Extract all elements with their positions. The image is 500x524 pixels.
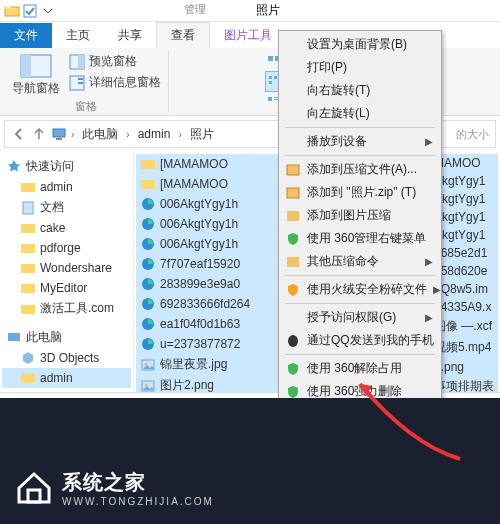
- doc-icon: [20, 200, 36, 216]
- menu-add-img-zip[interactable]: 添加到图片压缩: [281, 204, 439, 227]
- shield-icon: [285, 361, 301, 377]
- menu-add-zip[interactable]: 添加到压缩文件(A)...: [281, 158, 439, 181]
- image-icon: [140, 378, 156, 393]
- titlebar: 照片: [0, 0, 500, 22]
- svg-rect-9: [78, 82, 83, 84]
- svg-rect-36: [141, 160, 155, 169]
- sidebar-item-selected[interactable]: admin: [2, 368, 131, 388]
- qq-icon: [285, 333, 301, 349]
- house-icon: [14, 468, 54, 508]
- truncated-label: 的大小: [456, 127, 489, 142]
- menu-access[interactable]: 授予访问权限(G)▶: [281, 306, 439, 329]
- crumb-thispc[interactable]: 此电脑: [78, 124, 122, 145]
- menu-360-unlock[interactable]: 使用 360解除占用: [281, 357, 439, 380]
- folder-icon: [140, 156, 156, 172]
- folder-icon: [20, 301, 36, 317]
- menu-rotate-right[interactable]: 向右旋转(T): [281, 79, 439, 102]
- svg-rect-29: [21, 224, 35, 233]
- watermark-logo: 系统之家 WWW.TONGZHIJIA.COM: [14, 468, 214, 508]
- folder-icon: [20, 240, 36, 256]
- details-pane-icon: [69, 75, 85, 91]
- svg-rect-14: [274, 76, 277, 79]
- crumb-folder[interactable]: 照片: [186, 124, 218, 145]
- quick-access[interactable]: 快速访问: [2, 156, 131, 177]
- svg-point-49: [145, 383, 148, 386]
- sidebar-item[interactable]: 激活工具.com: [2, 298, 131, 319]
- tab-file[interactable]: 文件: [0, 23, 52, 48]
- menu-huorong[interactable]: 使用火绒安全粉碎文件▶: [281, 278, 439, 301]
- pc-icon: [6, 330, 22, 346]
- edge-icon: [140, 256, 156, 272]
- archive-icon: [285, 162, 301, 178]
- menu-cast[interactable]: 播放到设备▶: [281, 130, 439, 153]
- svg-rect-22: [274, 99, 278, 100]
- edge-icon: [140, 216, 156, 232]
- menu-360-manage[interactable]: 使用 360管理右键菜单: [281, 227, 439, 250]
- back-icon[interactable]: [11, 126, 27, 142]
- svg-rect-28: [23, 202, 33, 214]
- folder-icon: [20, 280, 36, 296]
- sidebar-item[interactable]: 3D Objects: [2, 348, 131, 368]
- menu-qq-send[interactable]: 通过QQ发送到我的手机: [281, 329, 439, 352]
- svg-rect-54: [287, 211, 299, 221]
- archive-icon: [285, 208, 301, 224]
- shield-icon: [285, 282, 301, 298]
- svg-rect-33: [21, 305, 35, 314]
- sidebar-item[interactable]: cake: [2, 218, 131, 238]
- group-panes-label: 窗格: [75, 99, 97, 114]
- star-icon: [6, 159, 22, 175]
- edge-icon: [140, 336, 156, 352]
- svg-point-56: [288, 335, 298, 347]
- sidebar-item[interactable]: Wondershare: [2, 258, 131, 278]
- menu-add-zip-t[interactable]: 添加到 "照片.zip" (T): [281, 181, 439, 204]
- svg-rect-8: [78, 78, 83, 80]
- svg-rect-10: [268, 56, 273, 61]
- window-title: 照片: [256, 2, 280, 19]
- svg-rect-6: [78, 55, 84, 69]
- tab-view[interactable]: 查看: [156, 22, 210, 48]
- image-icon: [140, 357, 156, 373]
- preview-pane-button[interactable]: 预览窗格: [68, 52, 162, 71]
- nav-pane-icon: [20, 54, 52, 78]
- chevron-right-icon: ▶: [425, 136, 433, 147]
- tab-home[interactable]: 主页: [52, 23, 104, 48]
- folder-icon: [20, 370, 36, 386]
- folder-icon: [20, 260, 36, 276]
- dropdown-icon[interactable]: [40, 3, 56, 19]
- svg-rect-55: [287, 257, 299, 267]
- menu-set-background[interactable]: 设置为桌面背景(B): [281, 33, 439, 56]
- menu-other-zip[interactable]: 其他压缩命令▶: [281, 250, 439, 273]
- svg-rect-25: [53, 129, 65, 137]
- svg-rect-13: [269, 76, 272, 79]
- edge-icon: [140, 236, 156, 252]
- folder-icon: [20, 220, 36, 236]
- menu-print[interactable]: 打印(P): [281, 56, 439, 79]
- sidebar-item[interactable]: 文档: [2, 197, 131, 218]
- contextual-tab-label: 管理: [178, 0, 212, 19]
- svg-rect-31: [21, 264, 35, 273]
- svg-rect-4: [21, 55, 31, 77]
- svg-rect-20: [268, 97, 272, 101]
- sidebar-item[interactable]: pdforge: [2, 238, 131, 258]
- svg-rect-1: [5, 6, 11, 9]
- cube-icon: [20, 350, 36, 366]
- check-icon[interactable]: [22, 3, 38, 19]
- tab-share[interactable]: 共享: [104, 23, 156, 48]
- svg-rect-15: [269, 81, 272, 84]
- edge-icon: [140, 316, 156, 332]
- svg-rect-32: [21, 284, 35, 293]
- svg-rect-34: [8, 333, 20, 341]
- svg-rect-2: [24, 5, 36, 17]
- pc-icon: [51, 126, 67, 142]
- sidebar-item[interactable]: MyEditor: [2, 278, 131, 298]
- sidebar-item[interactable]: admin: [2, 177, 131, 197]
- nav-pane-button[interactable]: 导航窗格: [10, 52, 62, 99]
- this-pc[interactable]: 此电脑: [2, 327, 131, 348]
- nav-sidebar: 快速访问 admin 文档 cake pdforge Wondershare M…: [0, 152, 134, 392]
- menu-rotate-left[interactable]: 向左旋转(L): [281, 102, 439, 125]
- details-pane-button[interactable]: 详细信息窗格: [68, 73, 162, 92]
- up-icon[interactable]: [31, 126, 47, 142]
- edge-icon: [140, 276, 156, 292]
- tab-picture-tools[interactable]: 图片工具: [210, 23, 286, 48]
- crumb-user[interactable]: admin: [134, 125, 175, 143]
